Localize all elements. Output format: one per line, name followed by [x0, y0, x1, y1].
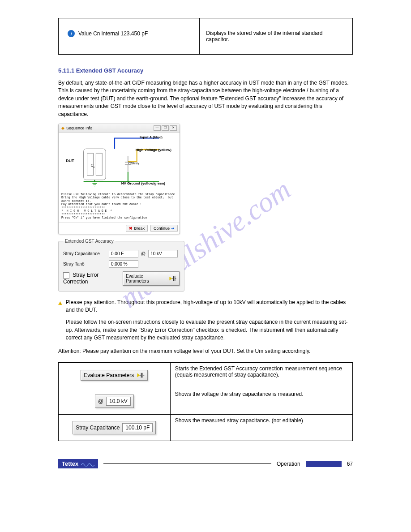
continue-button[interactable]: Continue➔ [150, 225, 178, 232]
info-badge-desc: Displays the stored value of the interna… [204, 21, 348, 51]
svg-text:!: ! [60, 302, 61, 305]
extended-gst-panel: Extended GST Accuracy Stray Capacitance … [58, 239, 184, 292]
warning-text-2: Please follow the on-screen instructions… [66, 318, 353, 342]
stray-tan-field[interactable]: 0.000 % [109, 260, 138, 268]
break-button[interactable]: ✖Break [126, 225, 148, 232]
stray-cap-readout-field: 100.10 pF [122, 423, 153, 432]
arrow-icon: ➔ [171, 226, 175, 231]
stray-cap-voltage-field[interactable]: 10 kV [148, 250, 178, 257]
sequence-info-window: ◆ Sequence Info — ☐ ✕ C x [58, 124, 180, 234]
stray-cap-control: Stray Capacitance 100.10 pF [73, 421, 156, 434]
stray-cap-desc: Shows the measured stray capacitance. (n… [170, 415, 352, 441]
capacitor-play-icon [137, 372, 145, 378]
section-heading: 5.11.1 Extended GST Accuracy [58, 67, 353, 74]
hv-label: High Voltage (yellow) [136, 148, 171, 152]
at-voltage-field[interactable]: 10.0 kV [106, 397, 131, 406]
info-badge-text: Value Cn internal 123.450 pF [78, 30, 148, 37]
stray-cap-field[interactable]: 0.00 F [109, 250, 138, 257]
footer-section: Operation [277, 461, 300, 467]
svg-text:x: x [93, 166, 94, 168]
warning-icon: ! [58, 299, 62, 308]
window-icon: ◆ [61, 126, 64, 130]
at-voltage-control: @ 10.0 kV [95, 395, 134, 408]
section-intro: By default, any state-of-the-art C/DF me… [58, 79, 353, 118]
stray-cap-readout-label: Stray Capacitance [76, 425, 120, 431]
svg-rect-2 [96, 153, 102, 176]
at-symbol: @ [98, 398, 103, 404]
maximize-icon[interactable]: ☐ [162, 125, 169, 131]
dut-label: DUT [66, 159, 74, 163]
evaluate-parameters-button[interactable]: Evaluate Parameters [123, 271, 180, 286]
input-a-label: Input A (blue) [140, 135, 163, 139]
evaluate-parameters-button-large[interactable]: Evaluate Parameters [81, 370, 148, 381]
attention-line: Attention: Please pay attention on the m… [58, 348, 353, 355]
close-icon[interactable]: ✕ [170, 125, 177, 131]
controls-table: Evaluate Parameters Starts the Extended … [58, 362, 353, 441]
stray-correction-checkbox[interactable] [63, 272, 69, 279]
sequence-instructions: Please use following circuit to determin… [61, 191, 177, 220]
circuit-diagram: C x DUT Input A (blue) [61, 135, 177, 189]
page-number: 67 [347, 461, 353, 467]
stray-tan-label: Stray Tanδ [63, 262, 106, 266]
cstray-label: CStray [128, 161, 139, 165]
warning-text-1: Please pay attention. Throughout this pr… [66, 299, 353, 314]
at-symbol: @ [141, 251, 146, 256]
window-title: Sequence Info [66, 126, 92, 130]
ground-label: HV Ground (yellow/green) [121, 181, 165, 185]
svg-marker-12 [169, 276, 172, 280]
evaluate-parameters-desc: Starts the Extended GST Accuracy correct… [170, 363, 352, 388]
info-icon: i [68, 30, 75, 37]
at-voltage-desc: Shows the voltage the stray capacitance … [170, 388, 352, 415]
brand-logo: Tettex [58, 459, 98, 468]
info-table: i Value Cn internal 123.450 pF Displays … [58, 18, 353, 55]
x-icon: ✖ [129, 226, 133, 231]
capacitor-play-icon [169, 275, 176, 282]
page-footer: Tettex Operation 67 [58, 459, 353, 468]
svg-marker-19 [137, 373, 140, 378]
gst-legend: Extended GST Accuracy [63, 239, 116, 244]
stray-cap-label: Stray Capacitance [63, 251, 106, 256]
minimize-icon[interactable]: — [154, 125, 161, 131]
